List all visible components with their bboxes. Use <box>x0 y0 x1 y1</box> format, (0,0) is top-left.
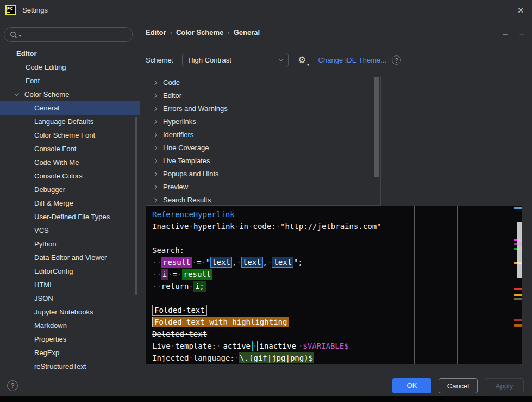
sidebar-item-console-font[interactable]: Console Font <box>0 142 140 156</box>
chevron-expanded-icon[interactable] <box>15 91 19 96</box>
sidebar-item-python[interactable]: Python <box>0 237 140 251</box>
sidebar-item-editorconfig[interactable]: EditorConfig <box>0 264 140 278</box>
error-stripe-mark-band <box>517 248 522 250</box>
sidebar-item-debugger[interactable]: Debugger <box>0 183 140 196</box>
option-group-label: Preview <box>163 181 188 194</box>
breadcrumb-separator: › <box>170 28 172 36</box>
sidebar-item-label: Debugger <box>34 183 65 196</box>
dialog-help-icon[interactable]: ? <box>7 380 18 391</box>
option-group-label: Hyperlinks <box>163 115 196 128</box>
sidebar-item-html[interactable]: HTML <box>0 278 140 292</box>
sidebar-scrollbar[interactable] <box>135 117 137 295</box>
preview-code-line: ··return·i; <box>152 280 381 292</box>
chevron-collapsed-icon[interactable] <box>153 159 157 163</box>
sidebar-item-editor[interactable]: Editor <box>0 47 140 60</box>
chevron-collapsed-icon[interactable] <box>153 107 157 111</box>
sidebar-item-restructuredtext[interactable]: reStructuredText <box>0 360 140 373</box>
sidebar-item-user-defined-file-types[interactable]: User-Defined File Types <box>0 210 140 224</box>
sidebar-item-label: RegExp <box>34 346 59 360</box>
close-icon[interactable]: ✕ <box>515 4 527 16</box>
sidebar-item-label: Data Editor and Viewer <box>34 251 107 264</box>
cancel-button[interactable]: Cancel <box>439 378 478 393</box>
option-group-identifiers[interactable]: Identifiers <box>146 128 380 141</box>
settings-sidebar: EditorCode EditingFontColor SchemeGenera… <box>0 21 140 375</box>
sidebar-item-markdown[interactable]: Markdown <box>0 319 140 332</box>
option-group-label: Editor <box>163 89 181 102</box>
sidebar-item-code-editing[interactable]: Code Editing <box>0 60 140 74</box>
chevron-collapsed-icon[interactable] <box>153 133 157 137</box>
error-stripe-mark <box>514 294 522 296</box>
back-arrow-icon[interactable]: ← <box>502 28 510 38</box>
color-options-tree: CodeEditorErrors and WarningsHyperlinksI… <box>146 76 381 206</box>
sidebar-item-code-with-me[interactable]: Code With Me <box>0 156 140 169</box>
option-group-code[interactable]: Code <box>146 76 380 89</box>
breadcrumb-editor[interactable]: Editor <box>146 28 166 36</box>
sidebar-item-label: Code With Me <box>34 156 79 169</box>
options-tree-scrollbar[interactable] <box>374 77 379 177</box>
sidebar-item-console-colors[interactable]: Console Colors <box>0 169 140 183</box>
option-group-live-templates[interactable]: Live Templates <box>146 154 380 168</box>
sidebar-item-label: JSON <box>34 292 53 305</box>
sidebar-item-properties[interactable]: Properties <box>0 332 140 346</box>
preview-code-line: Deleted·text <box>152 328 381 340</box>
breadcrumb-color-scheme[interactable]: Color Scheme <box>176 28 223 36</box>
option-group-search-results[interactable]: Search Results <box>146 194 380 206</box>
preview-code-line <box>152 232 381 244</box>
sidebar-item-label: Font <box>26 74 40 88</box>
scheme-row: Scheme: High Contrast ⚙ Change IDE Theme… <box>146 53 401 67</box>
sidebar-item-label: Editor <box>16 47 37 60</box>
error-stripe-mark <box>514 288 522 290</box>
settings-nav-tree: EditorCode EditingFontColor SchemeGenera… <box>0 47 140 373</box>
forward-arrow-icon: → <box>517 28 525 38</box>
chevron-collapsed-icon[interactable] <box>153 198 157 202</box>
margin-guide-line <box>457 206 458 364</box>
error-stripe-mark <box>514 319 522 321</box>
sidebar-item-language-defaults[interactable]: Language Defaults <box>0 115 140 128</box>
sidebar-item-color-scheme-font[interactable]: Color Scheme Font <box>0 128 140 142</box>
option-group-line-coverage[interactable]: Line Coverage <box>146 141 380 154</box>
scheme-help-icon[interactable]: ? <box>392 55 401 65</box>
option-group-popups-and-hints[interactable]: Popups and Hints <box>146 168 380 181</box>
sidebar-item-vcs[interactable]: VCS <box>0 224 140 237</box>
sidebar-item-label: reStructuredText <box>34 360 86 373</box>
sidebar-item-label: Color Scheme <box>24 88 69 101</box>
window-title: Settings <box>22 6 48 14</box>
chevron-collapsed-icon[interactable] <box>153 146 157 150</box>
error-stripe-mark <box>514 298 522 300</box>
option-group-errors-and-warnings[interactable]: Errors and Warnings <box>146 102 380 115</box>
ok-button[interactable]: OK <box>392 378 431 393</box>
sidebar-item-json[interactable]: JSON <box>0 292 140 305</box>
sidebar-item-general[interactable]: General <box>0 101 140 115</box>
sidebar-item-color-scheme[interactable]: Color Scheme <box>0 88 140 101</box>
title-bar: PC Settings ✕ <box>0 0 532 20</box>
option-group-preview[interactable]: Preview <box>146 181 380 194</box>
chevron-collapsed-icon[interactable] <box>153 120 157 124</box>
settings-dialog: PC Settings ✕ EditorCode EditingFontColo… <box>0 0 532 396</box>
sidebar-item-data-editor-and-viewer[interactable]: Data Editor and Viewer <box>0 251 140 264</box>
error-stripe-mark-band <box>517 239 522 241</box>
sidebar-item-label: Properties <box>34 332 66 346</box>
sidebar-item-regexp[interactable]: RegExp <box>0 346 140 360</box>
scheme-dropdown[interactable]: High Contrast <box>182 53 289 67</box>
color-preview-pane[interactable]: ReferenceHyperlinkInactive·hyperlink·in·… <box>146 206 522 364</box>
scheme-actions-gear-icon[interactable]: ⚙ <box>298 55 306 65</box>
sidebar-item-diff-merge[interactable]: Diff & Merge <box>0 196 140 210</box>
chevron-collapsed-icon[interactable] <box>153 172 157 176</box>
chevron-collapsed-icon[interactable] <box>153 94 157 98</box>
chevron-collapsed-icon[interactable] <box>153 81 157 85</box>
settings-search-box[interactable] <box>4 27 133 42</box>
preview-scrollbar-thumb[interactable] <box>517 222 522 278</box>
option-group-hyperlinks[interactable]: Hyperlinks <box>146 115 380 128</box>
chevron-collapsed-icon[interactable] <box>153 185 157 189</box>
change-ide-theme-link[interactable]: Change IDE Theme... <box>318 56 387 64</box>
search-input[interactable] <box>25 30 123 39</box>
sidebar-item-jupyter-notebooks[interactable]: Jupyter Notebooks <box>0 305 140 319</box>
apply-button: Apply <box>485 378 524 393</box>
option-group-label: Code <box>163 76 180 89</box>
option-group-editor[interactable]: Editor <box>146 89 380 102</box>
sidebar-item-font[interactable]: Font <box>0 74 140 88</box>
scheme-dropdown-value: High Contrast <box>188 56 231 64</box>
preview-code-line: Inactive·hyperlink·in·code:·"http://jetb… <box>152 220 381 232</box>
search-filter-caret-icon[interactable] <box>18 35 22 37</box>
history-navigation: ←→ <box>502 28 525 38</box>
